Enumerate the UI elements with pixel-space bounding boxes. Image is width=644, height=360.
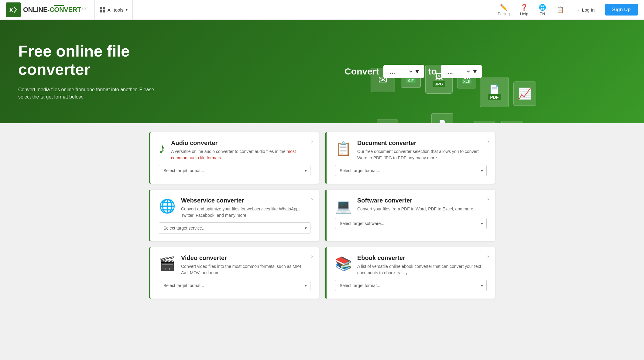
pricing-icon: ✏️	[500, 4, 508, 11]
header: X ONLINE-CONVERT.com All tools ▾ ✏️ Pric…	[0, 0, 644, 20]
from-format-dropdown[interactable]: ...	[389, 68, 413, 75]
video-format-select[interactable]: Select target format...	[159, 280, 310, 291]
webservice-select[interactable]: Select target service...	[159, 222, 310, 234]
history-link[interactable]: 📋	[553, 4, 568, 15]
tiff-icon: 📄 TIFF	[474, 121, 495, 123]
pricing-label: Pricing	[498, 12, 510, 16]
webservice-select-wrapper: Select target service... ▾	[159, 222, 310, 234]
signup-label: Sign Up	[612, 7, 631, 12]
from-chevron-icon: ▾	[416, 68, 419, 75]
login-button[interactable]: → Log In	[571, 5, 600, 15]
document-card-header: 📋 Document converter Our free document c…	[335, 140, 487, 161]
to-label: to	[428, 66, 437, 77]
webservice-card-desc: Convert and optimize your files for webs…	[181, 206, 310, 219]
ebook-card-arrow: ›	[487, 253, 489, 260]
video-card-arrow: ›	[311, 253, 313, 260]
history-icon: 📋	[557, 6, 564, 13]
to-format-dropdown[interactable]: ...	[447, 68, 471, 75]
webservice-card-info: Webservice converter Convert and optimiz…	[181, 197, 310, 219]
software-select-wrapper: Select target software... ▾	[335, 218, 487, 229]
grid-icon	[100, 7, 105, 12]
login-label: Log In	[582, 7, 595, 12]
ebook-converter-card: 📚 Ebook converter A list of versatile on…	[325, 247, 495, 299]
convert-bar: Convert ... ▾ to ... ▾	[344, 65, 482, 78]
header-nav: ✏️ Pricing ❓ Help 🌐 EN 📋 → Log In Sign U…	[494, 2, 638, 18]
help-icon: ❓	[520, 4, 528, 11]
audio-format-link[interactable]: most common audio file formats.	[171, 149, 296, 160]
document-select-wrapper: Select target format... ▾	[335, 165, 487, 176]
language-icon: 🌐	[539, 4, 546, 11]
font-icon: Aa	[501, 121, 522, 123]
ebook-icon: 📚	[335, 256, 352, 272]
software-card-info: Software converter Convert your files fr…	[357, 197, 487, 212]
audio-converter-card: ♪ Audio converter A versatile online aud…	[149, 132, 319, 184]
document-card-title: Document converter	[357, 140, 487, 147]
ebook-format-select[interactable]: Select target format...	[335, 280, 487, 291]
main-content: ♪ Audio converter A versatile online aud…	[143, 132, 501, 299]
pricing-link[interactable]: ✏️ Pricing	[494, 2, 513, 18]
help-label: Help	[520, 12, 528, 16]
webservice-icon: 🌐	[159, 198, 176, 214]
chart-icon: 📈	[513, 81, 536, 106]
software-card-arrow: ›	[487, 196, 489, 202]
ebook-card-title: Ebook converter	[357, 254, 487, 261]
hero-left: Free online file converter Convert media…	[18, 42, 200, 101]
logo-com: .com	[81, 6, 88, 10]
convert-to-select[interactable]: ... ▾	[441, 65, 482, 78]
logo-text: ONLINE-CONVERT.com	[23, 6, 88, 14]
software-converter-card: 💻 Software converter Convert your files …	[325, 190, 495, 241]
software-card-header: 💻 Software converter Convert your files …	[335, 197, 487, 214]
video-card-header: 🎬 Video converter Convert video files in…	[159, 254, 310, 276]
convert-from-select[interactable]: ... ▾	[383, 65, 424, 78]
video-icon: 🎬	[159, 256, 176, 272]
audio-card-header: ♪ Audio converter A versatile online aud…	[159, 140, 310, 161]
audio-format-select[interactable]: Select target format...	[159, 165, 310, 176]
png-icon: 📄 PNG	[377, 119, 398, 123]
document-card-desc: Our free document converter selection th…	[357, 148, 487, 161]
hero-section: Free online file converter Convert media…	[0, 20, 644, 123]
signup-button[interactable]: Sign Up	[605, 4, 638, 16]
audio-card-arrow: ›	[311, 138, 313, 145]
login-arrow-icon: →	[576, 7, 580, 12]
all-tools-label: All tools	[108, 7, 124, 12]
logo-link[interactable]: X ONLINE-CONVERT.com	[6, 2, 88, 17]
language-link[interactable]: 🌐 EN	[535, 2, 550, 18]
webservice-card-arrow: ›	[311, 196, 313, 202]
audio-card-info: Audio converter A versatile online audio…	[171, 140, 310, 161]
ebook-card-desc: A list of versatile online ebook convert…	[357, 263, 487, 276]
logo-icon: X	[6, 2, 21, 17]
software-card-title: Software converter	[357, 197, 487, 204]
all-tools-button[interactable]: All tools ▾	[94, 0, 133, 20]
ebook-card-info: Ebook converter A list of versatile onli…	[357, 254, 487, 276]
hero-title: Free online file converter	[18, 42, 200, 79]
video-select-wrapper: Select target format... ▾	[159, 280, 310, 291]
software-card-desc: Convert your files from PDF to Word, PDF…	[357, 206, 487, 212]
software-icon: 💻	[335, 198, 352, 214]
document-icon: 📋	[335, 141, 352, 157]
convert-label: Convert	[344, 66, 379, 77]
converter-grid: ♪ Audio converter A versatile online aud…	[149, 132, 495, 299]
audio-card-desc: A versatile online audio converter to co…	[171, 148, 310, 161]
ebook-card-header: 📚 Ebook converter A list of versatile on…	[335, 254, 487, 276]
svg-text:X: X	[9, 7, 13, 13]
audio-select-wrapper: Select target format... ▾	[159, 165, 310, 176]
audio-icon: ♪	[159, 141, 166, 156]
audio-card-title: Audio converter	[171, 140, 310, 147]
document-format-select[interactable]: Select target format...	[335, 165, 487, 176]
document-converter-card: 📋 Document converter Our free document c…	[325, 132, 495, 184]
document-card-arrow: ›	[487, 138, 489, 145]
video-card-desc: Convert video files into the most common…	[181, 263, 310, 276]
hero-right: ✉ 📄 GIF 🖼 JPG 📊 XLS 📄 PDF 📈	[200, 65, 626, 78]
software-select[interactable]: Select target software...	[335, 218, 487, 229]
pdf-icon: 📄 PDF	[480, 77, 509, 107]
help-link[interactable]: ❓ Help	[516, 2, 532, 18]
webservice-card-title: Webservice converter	[181, 197, 310, 204]
docx-icon: 📄 DOCX	[431, 113, 453, 123]
webservice-card-header: 🌐 Webservice converter Convert and optim…	[159, 197, 310, 219]
video-card-title: Video converter	[181, 254, 310, 261]
hero-subtitle: Convert media files online from one form…	[18, 86, 164, 101]
document-card-info: Document converter Our free document con…	[357, 140, 487, 161]
webservice-converter-card: 🌐 Webservice converter Convert and optim…	[149, 190, 319, 241]
video-converter-card: 🎬 Video converter Convert video files in…	[149, 247, 319, 299]
ebook-select-wrapper: Select target format... ▾	[335, 280, 487, 291]
